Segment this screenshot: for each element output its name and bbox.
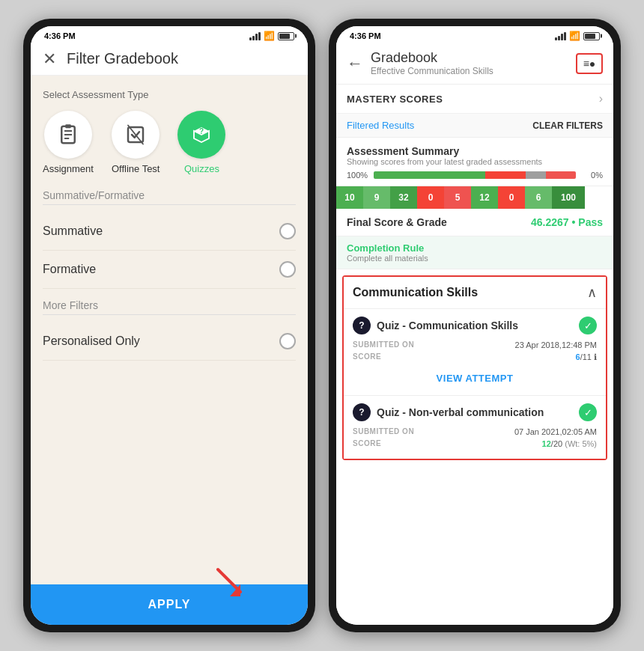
quiz-meta-score-1: SCORE 12/20 (Wt: 5%) — [353, 439, 597, 448]
score-value-0: 6/11 ℹ — [576, 352, 597, 362]
submitted-value-1: 07 Jan 2021,02:05 AM — [514, 427, 597, 436]
close-button[interactable]: ✕ — [43, 51, 56, 67]
quiz-item-1: ? Quiz - Non-verbal communication ✓ SUBM… — [344, 395, 606, 459]
back-button[interactable]: ← — [347, 54, 363, 73]
quiz-title-1: Quiz - Non-verbal communication — [377, 406, 544, 418]
quiz-meta-submitted-1: SUBMITTED ON 07 Jan 2021,02:05 AM — [353, 427, 597, 436]
right-wifi-icon: 📶 — [569, 31, 580, 41]
assessment-type-offline-test[interactable]: Offline Test — [112, 111, 160, 174]
quiz-meta-score-0: SCORE 6/11 ℹ — [353, 352, 597, 362]
score-cell-2: 32 — [390, 186, 417, 209]
battery-icon — [278, 32, 294, 40]
score-value-1: 12/20 (Wt: 5%) — [542, 439, 597, 448]
assessment-summary-block: Assessment Summary Showing scores from y… — [336, 138, 613, 186]
summative-radio[interactable] — [279, 223, 296, 239]
bar-pct-100: 100% — [347, 171, 369, 180]
final-score-label: Final Score & Grade — [347, 216, 447, 228]
score-cell-7: 6 — [525, 186, 552, 209]
assessment-summary-title: Assessment Summary — [347, 145, 603, 157]
view-attempt-row-0: VIEW ATTEMPT — [353, 365, 597, 388]
assessment-summary-subtitle: Showing scores from your latest graded a… — [347, 157, 603, 166]
left-time: 4:36 PM — [44, 31, 76, 40]
wifi-icon: 📶 — [264, 31, 275, 41]
clear-filters-button[interactable]: CLEAR FILTERS — [532, 120, 603, 131]
select-assessment-label: Select Assessment Type — [43, 89, 296, 100]
personalised-radio[interactable] — [279, 333, 296, 349]
left-status-bar: 4:36 PM 📶 — [31, 26, 308, 43]
right-time: 4:36 PM — [350, 31, 381, 40]
signal-icon — [249, 32, 261, 40]
bar-green — [374, 171, 485, 179]
gradebook-filter-button[interactable]: ≡● — [576, 53, 603, 74]
score-label-0: SCORE — [353, 352, 381, 362]
final-score-row: Final Score & Grade 46.2267 • Pass — [336, 209, 613, 236]
comm-skills-header[interactable]: Communication Skills ∧ — [344, 277, 606, 308]
assessment-bar-row: 100% 0% — [347, 171, 603, 180]
assessment-type-quizzes[interactable]: ? Quizzes — [177, 111, 225, 174]
view-attempt-button-0[interactable]: VIEW ATTEMPT — [437, 373, 514, 384]
gradebook-title-block: Gradebook Effective Communication Skills — [371, 50, 568, 76]
right-status-bar: 4:36 PM 📶 — [336, 26, 613, 43]
score-cell-6: 0 — [498, 186, 525, 209]
score-num-1: 12 — [542, 439, 551, 448]
right-phone: 4:36 PM 📶 ← Gradebook Effective Communic… — [329, 19, 621, 632]
quiz-title-area-0: ? Quiz - Communication Skills — [353, 317, 518, 334]
offline-test-label: Offline Test — [112, 163, 160, 174]
gradebook-body: MASTERY SCORES › Filtered Results CLEAR … — [336, 85, 613, 625]
assignment-icon-circle — [44, 111, 92, 159]
score-cells-row: 10 9 32 0 5 12 0 6 100 — [336, 186, 613, 209]
divider-2 — [43, 314, 296, 315]
quiz-meta-submitted-0: SUBMITTED ON 23 Apr 2018,12:48 PM — [353, 340, 597, 349]
quiz-top-row-0: ? Quiz - Communication Skills ✓ — [353, 317, 597, 334]
assessment-type-assignment[interactable]: Assignment — [43, 111, 94, 174]
gradebook-title: Gradebook — [371, 50, 568, 66]
apply-button[interactable]: APPLY — [148, 598, 191, 611]
comm-skills-section: Communication Skills ∧ ? Quiz - Communic… — [342, 275, 607, 460]
assignment-label: Assignment — [43, 163, 94, 174]
filtered-results-label: Filtered Results — [347, 120, 414, 131]
more-filters-section: More Filters Personalised Only — [43, 299, 296, 361]
quizzes-icon: ? — [190, 123, 213, 146]
score-cell-3: 0 — [417, 186, 444, 209]
svg-text:?: ? — [199, 127, 204, 135]
more-filters-label: More Filters — [43, 299, 296, 311]
mastery-scores-label: MASTERY SCORES — [347, 94, 443, 105]
score-cells: 10 9 32 0 5 12 0 6 100 — [336, 186, 585, 209]
bar-red-1 — [485, 171, 526, 179]
quizzes-icon-circle: ? — [177, 111, 225, 159]
filter-title: Filter Gradebook — [67, 50, 178, 67]
score-denom-0: /11 — [580, 352, 592, 361]
offline-test-icon-circle — [112, 111, 160, 159]
quiz-title-area-1: ? Quiz - Non-verbal communication — [353, 403, 544, 421]
gradebook-subtitle: Effective Communication Skills — [371, 66, 568, 76]
score-cell-1: 9 — [363, 186, 390, 209]
completion-rule-subtitle: Complete all materials — [347, 254, 603, 263]
formative-radio[interactable] — [279, 261, 296, 278]
quiz-check-0: ✓ — [579, 317, 597, 334]
apply-bar[interactable]: APPLY — [31, 584, 308, 625]
score-denom-1: /20 — [551, 439, 562, 448]
quiz-top-row-1: ? Quiz - Non-verbal communication ✓ — [353, 403, 597, 421]
summative-row[interactable]: Summative — [43, 213, 296, 251]
submitted-value-0: 23 Apr 2018,12:48 PM — [515, 340, 597, 349]
formative-row[interactable]: Formative — [43, 251, 296, 289]
quiz-title-0: Quiz - Communication Skills — [377, 320, 518, 331]
submitted-label-0: SUBMITTED ON — [353, 340, 414, 349]
submitted-label-1: SUBMITTED ON — [353, 427, 414, 436]
comm-skills-chevron-icon: ∧ — [587, 284, 597, 301]
summative-formative-label: Summative/Formative — [43, 189, 296, 201]
personalised-row[interactable]: Personalised Only — [43, 323, 296, 361]
svg-rect-4 — [65, 124, 71, 128]
quiz-icon-1: ? — [353, 403, 371, 421]
gradebook-header: ← Gradebook Effective Communication Skil… — [336, 43, 613, 85]
assignment-icon — [57, 123, 79, 146]
mastery-scores-row[interactable]: MASTERY SCORES › — [336, 85, 613, 114]
info-icon-0: ℹ — [594, 352, 597, 361]
score-cell-4: 5 — [444, 186, 471, 209]
bar-red-2 — [546, 171, 577, 179]
arrow-indicator — [212, 563, 248, 602]
filtered-results-row: Filtered Results CLEAR FILTERS — [336, 114, 613, 138]
filter-icon: ≡● — [583, 58, 596, 70]
quiz-check-1: ✓ — [579, 403, 597, 421]
right-battery-icon — [583, 32, 600, 40]
